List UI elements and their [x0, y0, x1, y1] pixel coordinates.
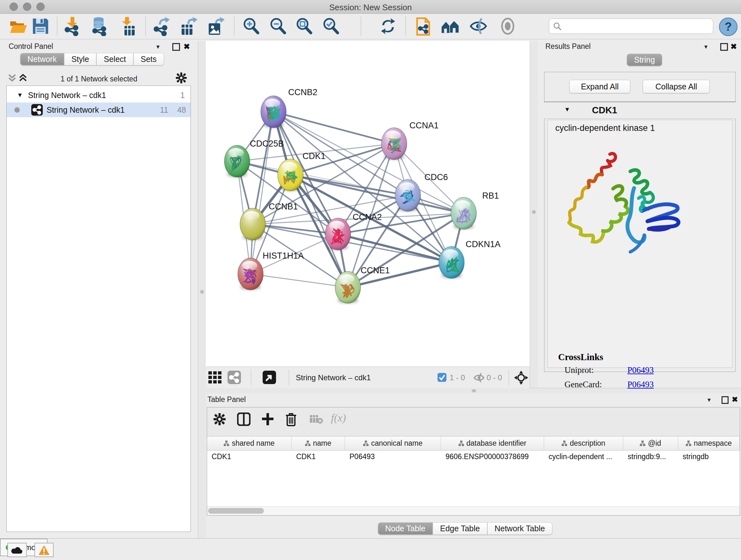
expand-all-button[interactable]: Expand All: [569, 80, 630, 93]
tab-node-table[interactable]: Node Table: [378, 522, 433, 535]
control-panel-float-icon[interactable]: [172, 43, 180, 51]
tab-edge-table[interactable]: Edge Table: [433, 522, 487, 535]
tab-select[interactable]: Select: [96, 53, 133, 65]
show-all-button[interactable]: [441, 16, 460, 36]
import-table-icon: [119, 16, 137, 36]
delete-column-trash-icon[interactable]: [285, 412, 297, 426]
column-type-icon: [686, 441, 691, 446]
network-graph[interactable]: CCNB2CCNA1CDC25BCDK1CDC6RB1CCNB1CCNA2CDK…: [206, 41, 530, 367]
tab-string[interactable]: String: [627, 54, 662, 66]
network-row[interactable]: String Network – cdk1 11 48: [7, 103, 191, 117]
column-header-canonical-name[interactable]: canonical name: [345, 436, 441, 450]
fit-content-crosshair-icon[interactable]: [514, 371, 528, 385]
column-header-name[interactable]: name: [292, 436, 345, 450]
node-label-CDC6: CDC6: [424, 172, 448, 182]
table-cell[interactable]: CDK1: [207, 450, 292, 462]
table-panel-menu-arrow-icon[interactable]: ▾: [708, 396, 711, 403]
search-input-field[interactable]: [564, 21, 713, 31]
save-session-button[interactable]: [30, 16, 51, 36]
collapse-all-button[interactable]: Collapse All: [643, 80, 710, 93]
control-panel-close-icon[interactable]: ✖: [184, 42, 190, 51]
import-network-file-button[interactable]: [63, 16, 82, 36]
network-options-gear-icon[interactable]: [176, 72, 187, 83]
tab-network[interactable]: Network: [20, 53, 64, 65]
cloud-service-button[interactable]: [7, 543, 27, 557]
open-session-button[interactable]: [8, 16, 28, 36]
network-edge-CCNB2-HIST1H1A[interactable]: [251, 112, 273, 274]
show-columns-icon[interactable]: [237, 413, 251, 426]
results-panel-menu-arrow-icon[interactable]: ▾: [704, 43, 708, 51]
hidden-eye-slash-icon: [473, 373, 485, 383]
grid-view-icon[interactable]: [208, 371, 222, 384]
birdseye-view-icon[interactable]: [263, 371, 276, 384]
network-canvas[interactable]: CCNB2CCNA1CDC25BCDK1CDC6RB1CCNB1CCNA2CDK…: [206, 41, 530, 367]
zoom-fit-button[interactable]: [294, 16, 314, 36]
import-network-database-button[interactable]: [89, 16, 109, 36]
table-panel-float-icon[interactable]: [722, 396, 729, 404]
table-options-gear-icon[interactable]: [213, 413, 226, 425]
strip-divider: [251, 369, 251, 385]
table-cell[interactable]: stringdb: [678, 450, 740, 462]
column-header-namespace[interactable]: namespace: [678, 436, 740, 450]
hide-selected-button[interactable]: [468, 16, 488, 36]
table-row[interactable]: CDK1CDK1P064939606.ENSP00000378699cyclin…: [207, 450, 740, 462]
node-label-CCNA1: CCNA1: [409, 121, 439, 130]
cloud-icon: [11, 546, 23, 554]
import-table-file-button[interactable]: [118, 16, 138, 36]
collection-expand-arrow-icon[interactable]: ▼: [17, 91, 23, 99]
crosslink-link[interactable]: P06493: [627, 380, 654, 389]
network-share-toggle-icon[interactable]: [227, 371, 241, 384]
results-panel-float-icon[interactable]: [720, 43, 728, 51]
zoom-out-button[interactable]: [268, 16, 288, 36]
control-panel-menu-arrow-icon[interactable]: ▾: [156, 43, 159, 51]
refresh-button[interactable]: [378, 16, 398, 36]
network-share-icon: [31, 104, 43, 116]
network-collection-row[interactable]: ▼ String Network – cdk1 1: [7, 88, 191, 103]
tab-network-table[interactable]: Network Table: [487, 522, 552, 535]
export-table-button[interactable]: [179, 16, 199, 36]
left-splitter[interactable]: [198, 41, 206, 538]
node-table-container: f(x) shared namenamecanonical namedataba…: [207, 407, 740, 516]
node-label-HIST1H1A: HIST1H1A: [263, 251, 304, 260]
export-image-button[interactable]: [206, 16, 226, 36]
table-cell[interactable]: 9606.ENSP00000378699: [441, 450, 544, 462]
help-button[interactable]: ?: [719, 17, 738, 36]
tab-sets[interactable]: Sets: [133, 53, 164, 65]
scrollbar-thumb[interactable]: [208, 508, 264, 514]
strip-divider: [289, 369, 289, 385]
network-edge-HIST1H1A-CCNE1[interactable]: [251, 274, 348, 287]
search-input[interactable]: [549, 18, 713, 34]
show-hidden-button[interactable]: [498, 16, 518, 36]
export-network-button[interactable]: [151, 16, 172, 36]
table-cell[interactable]: stringdb:9...: [623, 450, 678, 462]
column-header-shared-name[interactable]: shared name: [207, 436, 292, 450]
node-label-CCNE1: CCNE1: [360, 266, 390, 275]
table-cell[interactable]: cyclin-dependent ...: [544, 450, 623, 462]
table-panel-close-icon[interactable]: ✖: [732, 395, 738, 404]
warnings-button[interactable]: [35, 543, 54, 557]
right-splitter[interactable]: [530, 41, 538, 388]
gene-collapse-arrow-icon[interactable]: ▼: [564, 106, 570, 113]
clone-network-button[interactable]: [414, 16, 433, 36]
toolbar-separator: [145, 17, 146, 36]
tab-style[interactable]: Style: [64, 53, 97, 65]
horizontal-splitter-grip[interactable]: [472, 389, 476, 392]
export-network-icon: [152, 16, 171, 36]
crosslink-link[interactable]: P06493: [627, 365, 654, 375]
zoom-in-button[interactable]: [241, 16, 261, 36]
status-bar: Memory: [0, 538, 741, 560]
right-splitter-grip[interactable]: [532, 210, 536, 214]
selected-checkbox-icon[interactable]: [437, 373, 447, 382]
zoom-selected-button[interactable]: [321, 16, 341, 36]
table-cell[interactable]: P06493: [345, 450, 441, 462]
results-panel-close-icon[interactable]: ✖: [731, 42, 737, 51]
create-column-plus-icon[interactable]: [261, 413, 274, 426]
column-header-@id[interactable]: @id: [623, 436, 678, 450]
gene-section-header[interactable]: ▼ CDK1: [544, 102, 736, 119]
table-horizontal-scrollbar[interactable]: [207, 506, 739, 515]
table-cell[interactable]: CDK1: [292, 450, 345, 462]
zoom-selected-icon: [322, 17, 340, 36]
column-header-database-identifier[interactable]: database identifier: [441, 436, 544, 450]
left-splitter-grip[interactable]: [200, 290, 204, 294]
column-header-description[interactable]: description: [544, 436, 623, 450]
